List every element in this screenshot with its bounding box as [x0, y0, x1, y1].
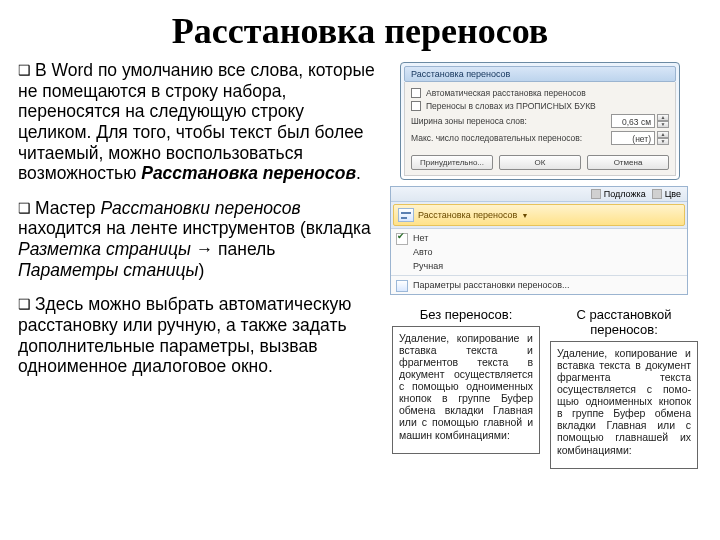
- dialog-title-text: Расстановка переносов: [411, 69, 510, 79]
- menu-item-none[interactable]: Нет: [391, 231, 687, 245]
- menu-separator: [391, 275, 687, 276]
- right-column: Расстановка переносов Автоматическая рас…: [388, 60, 708, 469]
- bullet-icon: ❑: [18, 296, 31, 313]
- hyphenation-dialog: Расстановка переносов Автоматическая рас…: [400, 62, 680, 180]
- max-consecutive-value: (нет): [611, 131, 655, 145]
- p2-g: ): [198, 260, 204, 280]
- row1-label: Ширина зоны переноса слов:: [411, 116, 527, 126]
- compare-col-nohyph: Без переносов: Удаление, копирование и в…: [392, 307, 540, 469]
- hyph-label: С расстановкой переносов:: [550, 307, 698, 337]
- ribbon-top-row: Подложка Цве: [391, 187, 687, 202]
- page-title: Расстановка переносов: [0, 0, 720, 60]
- hyph-text: Удаление, копирование и встав­ка текста …: [550, 341, 698, 469]
- spin-up-icon[interactable]: ▲: [657, 131, 669, 138]
- hyphenation-label: Расстановка переносов: [418, 210, 517, 220]
- row-zone-width: Ширина зоны переноса слов: 0,63 см ▲▼: [411, 114, 669, 128]
- p3-text: Здесь можно выбрать автоматическую расст…: [18, 294, 351, 376]
- chk2-label: Переносы в словах из ПРОПИСНЫХ БУКВ: [426, 101, 596, 111]
- p1-period: .: [356, 163, 361, 183]
- p1-text-b: Расстановка переносов: [141, 163, 356, 183]
- nohyph-text: Удаление, копирование и вставка текста и…: [392, 326, 540, 454]
- hyphenation-dropdown-button[interactable]: Расстановка переносов ▼: [393, 204, 685, 226]
- ribbon-panel: Подложка Цве Расстановка переносов ▼ Нет…: [390, 186, 688, 295]
- pagecolor-icon: [652, 189, 662, 199]
- pagecolor-button[interactable]: Цве: [652, 189, 681, 199]
- p2-f: Параметры станицы: [18, 260, 198, 280]
- paragraph-1: ❑В Word по умолчанию все слова, которые …: [18, 60, 378, 184]
- hyphenation-icon: [398, 208, 414, 222]
- dialog-body: Автоматическая расстановка переносов Пер…: [404, 82, 676, 176]
- menu-item-manual[interactable]: Ручная: [391, 259, 687, 273]
- p2-b: Расстановки переносов: [100, 198, 300, 218]
- max-consecutive-spinner[interactable]: (нет) ▲▼: [611, 131, 669, 145]
- zone-width-value: 0,63 см: [611, 114, 655, 128]
- p2-e: → панель: [191, 239, 276, 259]
- spin-down-icon[interactable]: ▼: [657, 138, 669, 145]
- left-column: ❑В Word по умолчанию все слова, которые …: [18, 60, 388, 469]
- compare-col-hyph: С расстановкой переносов: Удаление, копи…: [550, 307, 698, 469]
- p2-c: находится на ленте инструментов (вкладка: [18, 218, 371, 238]
- bullet-icon: ❑: [18, 200, 31, 217]
- cancel-button[interactable]: Отмена: [587, 155, 669, 170]
- spin-up-icon[interactable]: ▲: [657, 114, 669, 121]
- watermark-icon: [591, 189, 601, 199]
- hyphenation-menu: Нет Авто Ручная Параметры расстановки пе…: [391, 228, 687, 294]
- pagecolor-label: Цве: [665, 189, 681, 199]
- checkbox-icon: [411, 101, 421, 111]
- zone-width-spinner[interactable]: 0,63 см ▲▼: [611, 114, 669, 128]
- manual-button[interactable]: Принудительно...: [411, 155, 493, 170]
- row-max-consecutive: Макс. число последовательных переносов: …: [411, 131, 669, 145]
- menu-item-options[interactable]: Параметры расстановки переносов...: [391, 278, 687, 292]
- checkbox-caps-hyphenation[interactable]: Переносы в словах из ПРОПИСНЫХ БУКВ: [411, 101, 669, 111]
- menu-item-auto[interactable]: Авто: [391, 245, 687, 259]
- bullet-icon: ❑: [18, 62, 31, 79]
- paragraph-2: ❑Мастер Расстановки переносов находится …: [18, 198, 378, 281]
- dialog-actions: Принудительно... ОК Отмена: [411, 151, 669, 173]
- ok-button[interactable]: ОК: [499, 155, 581, 170]
- paragraph-3: ❑Здесь можно выбрать автоматическую расс…: [18, 294, 378, 377]
- chk1-label: Автоматическая расстановка переносов: [426, 88, 586, 98]
- comparison-row: Без переносов: Удаление, копирование и в…: [388, 307, 708, 469]
- checkbox-auto-hyphenation[interactable]: Автоматическая расстановка переносов: [411, 88, 669, 98]
- nohyph-label: Без переносов:: [392, 307, 540, 322]
- watermark-label: Подложка: [604, 189, 646, 199]
- p2-a: Мастер: [35, 198, 100, 218]
- spin-down-icon[interactable]: ▼: [657, 121, 669, 128]
- content-layout: ❑В Word по умолчанию все слова, которые …: [0, 60, 720, 469]
- p2-d: Разметка страницы: [18, 239, 191, 259]
- row2-label: Макс. число последовательных переносов:: [411, 133, 582, 143]
- checkbox-icon: [411, 88, 421, 98]
- chevron-down-icon: ▼: [521, 212, 528, 219]
- dialog-titlebar: Расстановка переносов: [404, 66, 676, 82]
- watermark-button[interactable]: Подложка: [591, 189, 646, 199]
